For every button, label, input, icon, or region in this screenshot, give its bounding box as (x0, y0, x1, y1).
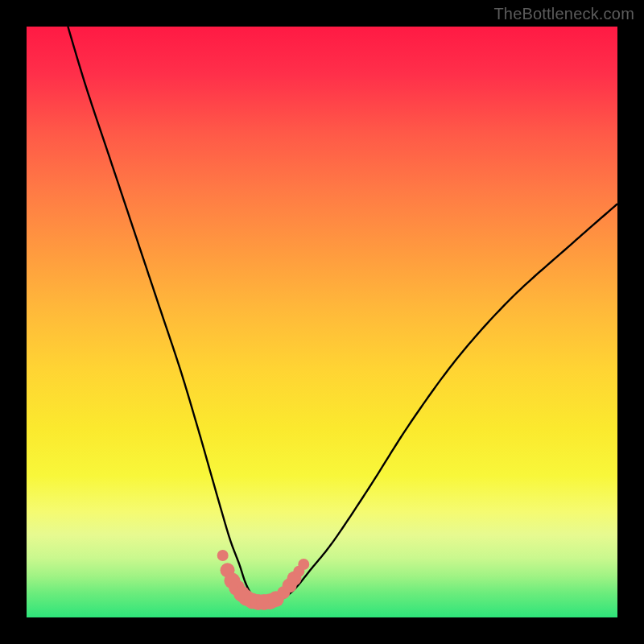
bottleneck-curve (68, 27, 617, 603)
watermark-text: TheBottleneck.com (493, 5, 634, 23)
marker-group (217, 550, 310, 610)
plot-area (27, 27, 617, 617)
chart-frame: TheBottleneck.com (0, 0, 644, 644)
curve-layer (27, 27, 617, 617)
curve-marker (298, 559, 309, 570)
curve-marker (217, 550, 229, 561)
